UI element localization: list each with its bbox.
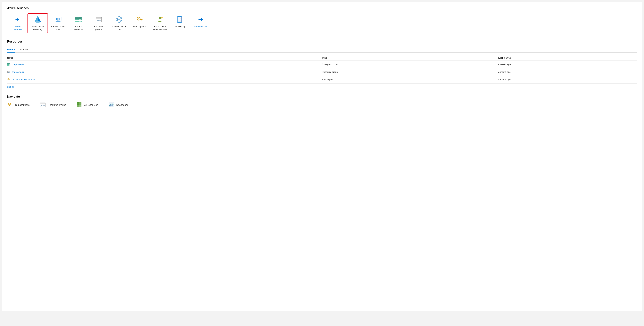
svg-rect-62 — [79, 105, 82, 107]
svg-rect-65 — [110, 105, 110, 106]
service-label-resource-groups: Resource groups — [94, 25, 104, 31]
resource-name-chepravlogs-1: chepravlogs — [12, 63, 24, 66]
navigate-subscriptions[interactable]: Subscriptions — [7, 102, 30, 108]
azure-services-title: Azure services — [7, 6, 637, 10]
svg-point-25 — [159, 17, 161, 19]
svg-rect-40 — [9, 65, 10, 66]
svg-rect-61 — [77, 105, 79, 107]
resource-link-visual-studio[interactable]: Visual Studio Enterprise — [7, 78, 322, 81]
resource-link-chepravlogs-storage[interactable]: chepravlogs — [7, 63, 322, 66]
service-azure-active-directory[interactable]: Azure Active Directory — [28, 13, 48, 33]
svg-point-46 — [8, 79, 9, 80]
service-label-subscriptions: Subscriptions — [133, 25, 146, 28]
nav-key-icon — [7, 102, 13, 108]
svg-rect-44 — [9, 72, 10, 73]
navigate-resource-groups[interactable]: Resource groups — [40, 102, 66, 108]
service-label-activity-log: Activity log — [175, 25, 186, 28]
navigate-dashboard-label: Dashboard — [116, 104, 128, 106]
svg-point-21 — [138, 18, 139, 19]
svg-rect-52 — [10, 105, 12, 105]
resources-table: Name Type Last Viewed — [7, 55, 637, 84]
svg-rect-33 — [178, 21, 180, 21]
navigate-all-resources[interactable]: All resources — [76, 102, 98, 108]
svg-rect-8 — [75, 21, 82, 22]
svg-rect-39 — [9, 64, 10, 65]
svg-rect-42 — [8, 71, 10, 72]
service-label-custom-roles: Create custom Azure AD roles — [152, 25, 167, 31]
svg-point-4 — [56, 18, 58, 20]
resource-type-2: Resource group — [322, 68, 498, 76]
svg-rect-34 — [181, 17, 182, 22]
resources-section: Resources Recent Favorite Name Type Last… — [7, 40, 637, 88]
table-row: chepravlogs Resource group a month ago — [7, 68, 637, 76]
resource-groups-icon — [95, 15, 103, 23]
svg-point-19 — [121, 17, 122, 18]
svg-rect-57 — [41, 105, 42, 106]
resource-name-chepravlogs-2: chepravlogs — [12, 71, 24, 73]
svg-rect-43 — [8, 72, 9, 73]
navigate-subscriptions-label: Subscriptions — [15, 104, 30, 106]
navigate-items-row: Subscriptions Resource groups — [7, 102, 637, 108]
svg-rect-47 — [9, 79, 10, 80]
resource-group-row-icon — [7, 70, 10, 74]
col-header-name: Name — [7, 55, 322, 61]
navigate-resource-groups-label: Resource groups — [48, 104, 66, 106]
service-cosmos-db[interactable]: Azure Cosmos DB — [109, 13, 129, 33]
service-custom-ad-roles[interactable]: + Create custom Azure AD roles — [150, 13, 170, 33]
svg-rect-9 — [79, 18, 80, 18]
navigate-all-resources-label: All resources — [84, 104, 98, 106]
resource-lastviewed-2: a month ago — [498, 68, 637, 76]
svg-point-5 — [58, 18, 60, 20]
navigate-dashboard[interactable]: Dashboard — [108, 102, 128, 108]
service-label-aad: Azure Active Directory — [32, 25, 44, 31]
service-activity-log[interactable]: Activity log — [170, 13, 190, 30]
navigate-section: Navigate Subscriptions — [7, 95, 637, 108]
svg-rect-13 — [96, 17, 102, 19]
service-label-storage: Storage accounts — [74, 25, 83, 31]
svg-point-18 — [118, 19, 120, 20]
svg-rect-14 — [97, 20, 98, 21]
svg-rect-38 — [9, 63, 10, 64]
service-label-more-services: More services — [194, 25, 208, 28]
svg-rect-24 — [140, 20, 141, 20]
resources-title: Resources — [7, 40, 637, 43]
svg-rect-54 — [11, 105, 11, 106]
service-more-services[interactable]: More services — [190, 13, 211, 30]
nav-all-resources-icon — [76, 102, 82, 108]
service-administrative-units[interactable]: Administrative units — [48, 13, 68, 33]
resource-type-1: Storage account — [322, 60, 498, 68]
see-all-link[interactable]: See all — [7, 86, 14, 88]
service-label-cosmos: Azure Cosmos DB — [112, 25, 126, 31]
tab-favorite[interactable]: Favorite — [20, 47, 28, 52]
storage-icon — [74, 15, 82, 23]
aad-icon — [34, 15, 42, 23]
table-row: Visual Studio Enterprise Subscription a … — [7, 76, 637, 83]
svg-text:+: + — [161, 17, 162, 19]
admin-units-icon — [54, 15, 62, 23]
svg-rect-15 — [99, 20, 101, 21]
svg-rect-30 — [178, 18, 181, 18]
service-label-create-resource: Create a resource — [13, 25, 22, 31]
tab-recent[interactable]: Recent — [7, 47, 15, 52]
svg-rect-22 — [140, 19, 142, 20]
svg-rect-48 — [10, 80, 10, 80]
service-create-resource[interactable]: + Create a resource — [7, 13, 28, 33]
resource-link-chepravlogs-rg[interactable]: chepravlogs — [7, 70, 322, 74]
nav-resource-groups-icon — [40, 102, 46, 108]
col-header-type: Type — [322, 55, 498, 61]
service-resource-groups[interactable]: Resource groups — [88, 13, 109, 33]
service-storage-accounts[interactable]: Storage accounts — [68, 13, 88, 33]
svg-rect-7 — [75, 19, 82, 20]
svg-rect-60 — [79, 102, 82, 105]
subscriptions-key-icon — [136, 15, 144, 23]
service-subscriptions[interactable]: Subscriptions — [129, 13, 150, 30]
svg-rect-32 — [178, 20, 181, 20]
svg-rect-56 — [40, 103, 45, 104]
nav-dashboard-icon — [108, 102, 114, 108]
svg-rect-49 — [9, 80, 10, 80]
services-row: + Create a resource — [7, 13, 637, 33]
col-header-lastviewed: Last Viewed — [498, 55, 637, 61]
svg-rect-68 — [112, 104, 113, 106]
resource-name-visual-studio: Visual Studio Enterprise — [12, 78, 36, 81]
svg-rect-11 — [79, 21, 80, 22]
